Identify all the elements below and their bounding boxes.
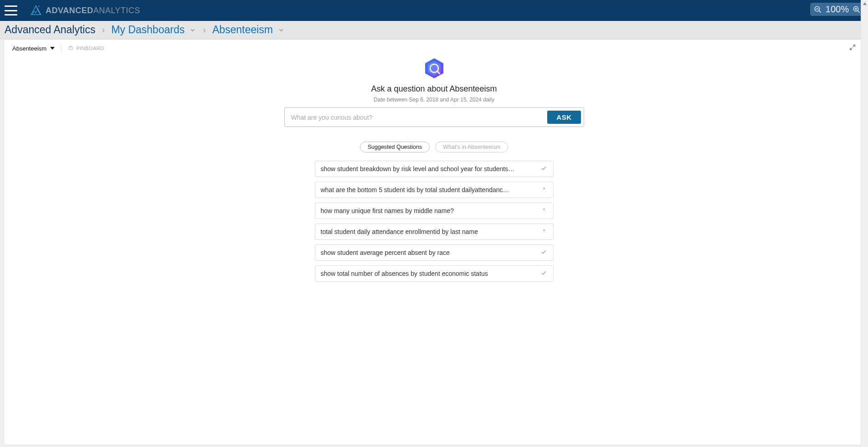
expand-icon[interactable] — [849, 44, 856, 52]
q-hexagon-icon — [423, 57, 446, 80]
suggestion-text: what are the bottom 5 student ids by tot… — [321, 186, 509, 193]
breadcrumb-root[interactable]: Advanced Analytics — [5, 24, 95, 36]
search-bar: ASK — [284, 107, 584, 127]
svg-point-15 — [542, 190, 543, 191]
suggestion-text: show student breakdown by risk level and… — [321, 165, 515, 173]
chevron-right-icon: › — [202, 25, 207, 35]
ask-button[interactable]: ASK — [547, 111, 580, 124]
divider — [61, 44, 62, 52]
svg-rect-8 — [69, 47, 72, 50]
breadcrumb-dashboards[interactable]: My Dashboards — [111, 24, 196, 36]
chevron-right-icon: › — [101, 25, 106, 35]
svg-line-9 — [853, 45, 855, 47]
breadcrumb: Advanced Analytics › My Dashboards › Abs… — [0, 21, 868, 39]
pinboard-icon — [68, 46, 73, 51]
brand-logo-block[interactable]: ADVANCEDANALYTICS — [30, 5, 140, 16]
suggestion-text: show total number of absences by student… — [321, 270, 488, 277]
svg-point-18 — [545, 232, 545, 232]
suggestion-item[interactable]: show student average percent absent by r… — [315, 244, 554, 261]
suggestion-list: show student breakdown by risk level and… — [315, 161, 554, 282]
suggestion-item[interactable]: show student breakdown by risk level and… — [315, 161, 554, 177]
svg-line-2 — [819, 10, 821, 13]
date-subtitle: Date between Sep 6, 2018 and Apr 15, 202… — [374, 97, 494, 103]
suggestion-item[interactable]: how many unique first names by middle na… — [315, 203, 554, 219]
brand-triangle-icon — [30, 5, 42, 16]
suggestion-text: show student average percent absent by r… — [321, 249, 450, 256]
menu-icon[interactable] — [5, 5, 17, 15]
svg-line-5 — [858, 10, 860, 13]
chevron-down-icon[interactable] — [277, 26, 285, 34]
tab-suggested-questions[interactable]: Suggested Questions — [360, 142, 430, 152]
check-icon — [540, 270, 548, 277]
suggestion-item[interactable]: total student daily attendance enrollmen… — [315, 224, 554, 240]
svg-point-14 — [545, 190, 545, 190]
sparkle-icon — [540, 229, 548, 235]
topic-dropdown[interactable]: Absenteeism — [12, 45, 55, 52]
suggestion-text: how many unique first names by middle na… — [321, 207, 454, 214]
svg-point-17 — [542, 211, 543, 212]
caret-down-icon — [50, 47, 55, 50]
ask-title: Ask a question about Absenteeism — [371, 84, 497, 94]
check-icon — [540, 165, 548, 173]
check-icon — [540, 249, 548, 256]
svg-point-0 — [38, 6, 39, 7]
content-panel: Absenteeism PINBOARD — [4, 39, 864, 445]
svg-point-16 — [545, 211, 545, 211]
zoom-level: 100% — [826, 4, 849, 15]
scroll-up-icon[interactable] — [861, 0, 868, 7]
zoom-out-icon[interactable] — [814, 5, 822, 14]
pinboard-button[interactable]: PINBOARD — [68, 46, 104, 51]
ask-section: Ask a question about Absenteeism Date be… — [4, 57, 864, 282]
chevron-down-icon[interactable] — [189, 26, 196, 34]
sparkle-icon — [540, 187, 548, 193]
suggestion-item[interactable]: what are the bottom 5 student ids by tot… — [315, 182, 554, 198]
sparkle-icon — [540, 208, 548, 214]
svg-marker-20 — [863, 2, 867, 5]
tab-row: Suggested Questions What's in Absenteeis… — [360, 142, 508, 152]
suggestion-text: total student daily attendance enrollmen… — [321, 228, 478, 235]
search-input[interactable] — [288, 111, 548, 124]
brand-text: ADVANCEDANALYTICS — [46, 6, 140, 15]
tab-whats-in[interactable]: What's in Absenteeism — [435, 142, 508, 152]
zoom-in-icon[interactable] — [853, 5, 861, 14]
scrollbar[interactable] — [861, 0, 868, 445]
panel-toolbar: Absenteeism PINBOARD — [4, 40, 864, 57]
suggestion-item[interactable]: show total number of absences by student… — [315, 265, 554, 282]
svg-line-10 — [850, 48, 853, 50]
app-header: ADVANCEDANALYTICS 100% — [0, 0, 868, 21]
breadcrumb-absenteeism[interactable]: Absenteeism — [212, 24, 285, 36]
svg-point-19 — [542, 232, 543, 233]
zoom-control: 100% — [810, 3, 864, 16]
